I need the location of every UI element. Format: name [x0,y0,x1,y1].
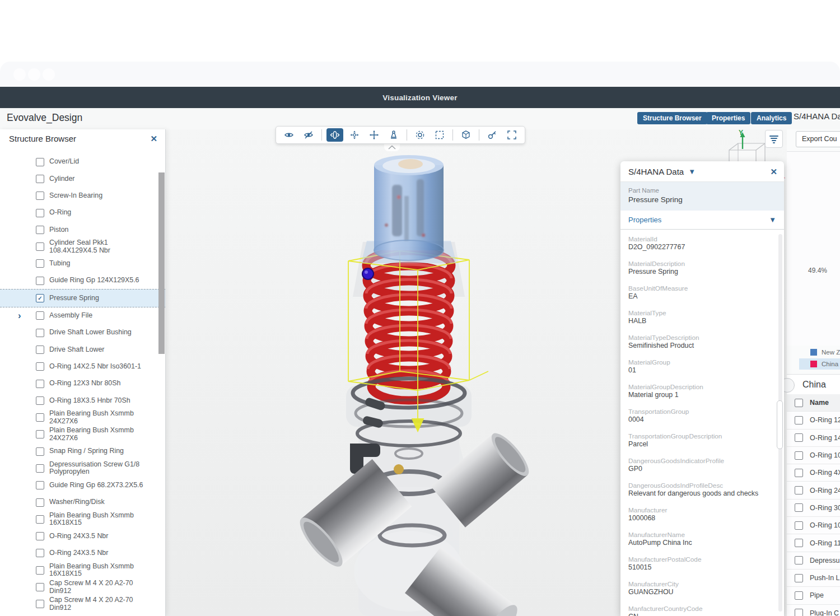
tree-item-checkbox[interactable] [36,549,44,557]
row-checkbox[interactable] [795,486,803,494]
tree-item[interactable]: Cover/Lid [0,153,165,170]
row-checkbox[interactable] [795,416,803,424]
row-checkbox[interactable] [795,609,803,616]
tree-item[interactable]: Snap Ring / Spring Ring [0,443,165,460]
table-row[interactable]: O-Ring 4X [787,464,840,482]
table-row[interactable]: Pipe [787,587,840,604]
tree-item-checkbox[interactable] [36,430,44,438]
tree-item-checkbox[interactable] [36,583,44,591]
tree-item-checkbox[interactable] [36,481,44,489]
tree-item[interactable] [0,613,165,616]
close-icon[interactable]: ✕ [150,134,157,143]
tree-item[interactable]: Plain Bearing Bush Xsmmb24X27X6 [0,409,165,426]
properties-section-header[interactable]: Properties ▼ [620,211,784,230]
tree-item[interactable]: Washer/Ring/Disk [0,494,165,511]
tree-item[interactable]: Cap Screw M 4 X 20 A2-70Din912 [0,596,165,613]
tree-item-checkbox[interactable] [36,226,44,234]
tree-item-checkbox[interactable] [36,192,44,200]
orbit-button[interactable] [412,128,428,142]
tree-item[interactable]: Drive Shaft Lower Bushing [0,324,165,341]
tree-item-checkbox[interactable] [36,464,44,473]
tree-item-checkbox[interactable] [36,380,44,388]
hide-button[interactable] [300,128,317,142]
tree-item[interactable]: O-Ring 12X3 Nbr 80Sh [0,375,165,392]
tree-item[interactable]: O-Ring 24X3.5 Nbr [0,528,165,545]
dolly-button[interactable] [385,128,402,142]
tree-item[interactable]: Pressure Spring [0,289,165,307]
3d-model-canvas[interactable] [168,129,622,616]
turntable-rotate-button[interactable] [326,128,343,142]
select-all-checkbox[interactable] [795,399,803,407]
tree-item[interactable]: O-Ring 14X2.5 Nbr Iso3601-1 [0,358,165,375]
tree-item[interactable]: Guide Ring Gp 124X129X5.6 [0,272,165,289]
row-checkbox[interactable] [795,503,803,512]
properties-button[interactable]: Properties [706,112,750,124]
tree-item-checkbox[interactable] [36,566,44,575]
table-row[interactable]: O-Ring 24 [787,482,840,499]
table-row[interactable]: O-Ring 10 [787,447,840,464]
tree-item[interactable]: Piston [0,221,165,238]
table-row[interactable]: O-Ring 14 [787,430,840,447]
chevron-down-icon[interactable]: ▼ [769,216,776,224]
tree-item[interactable]: Cap Screw M 4 X 20 A2-70Din912 [0,578,165,595]
tree-item-checkbox[interactable] [36,277,44,285]
structure-scrollbar-thumb[interactable] [158,172,165,354]
table-row[interactable]: Plug-In C [787,605,840,616]
row-checkbox[interactable] [795,574,803,582]
tree-item-checkbox[interactable] [36,294,44,302]
tree-item-checkbox[interactable] [36,498,44,507]
tree-item[interactable]: Screw-In Bearing [0,188,165,204]
analytics-button[interactable]: Analytics [751,112,792,124]
tree-item[interactable]: Plain Bearing Bush Xsmmb24X27X6 [0,426,165,443]
tree-item-checkbox[interactable] [36,329,44,337]
tree-item[interactable]: Tubing [0,255,165,272]
filter-button[interactable] [765,130,783,148]
table-row[interactable]: Depressu [787,552,840,570]
tree-item[interactable]: Cylinder Seal Pkk1108.4X129X4.5 Nbr [0,238,165,255]
fit-to-view-button[interactable] [503,128,520,142]
tree-item-checkbox[interactable] [36,396,44,405]
row-checkbox[interactable] [795,469,803,477]
tree-item[interactable]: Plain Bearing Bush Xsmmb16X18X15 [0,562,165,578]
chevron-right-icon[interactable]: › [18,311,21,320]
tree-item-checkbox[interactable] [36,259,44,268]
tree-item-checkbox[interactable] [36,242,44,251]
table-row[interactable]: O-Ring 12 [787,412,840,429]
legend-item[interactable]: China [799,358,840,370]
tree-item[interactable]: Cylinder [0,170,165,187]
row-checkbox[interactable] [795,591,803,600]
table-row[interactable]: O-Ring 30 [787,500,840,517]
tree-item-checkbox[interactable] [36,175,44,183]
show-button[interactable] [281,128,297,142]
tree-item-checkbox[interactable] [36,532,44,540]
move-button[interactable] [366,128,382,142]
tree-item[interactable]: Plain Bearing Bush Xsmmb16X18X15 [0,511,165,528]
tree-item-checkbox[interactable] [36,346,44,354]
tree-item-checkbox[interactable] [36,600,44,608]
structure-browser-button[interactable]: Structure Browser [637,112,707,124]
tree-item-checkbox[interactable] [36,447,44,456]
tree-item[interactable]: O-Ring [0,204,165,221]
export-countries-dropdown[interactable]: Export Cou [796,131,840,147]
tree-item[interactable]: O-Ring 24X3.5 Nbr [0,545,165,562]
tree-item-checkbox[interactable] [36,413,44,422]
legend-item[interactable]: New Zealan [799,347,840,358]
chevron-down-icon[interactable]: ▼ [688,167,696,176]
table-row[interactable]: O-Ring 11 [787,534,840,552]
row-checkbox[interactable] [795,451,803,460]
row-checkbox[interactable] [795,433,803,442]
s4-scrollbar-thumb[interactable] [777,400,783,449]
isolate-3d-button[interactable] [458,128,474,142]
tree-item-checkbox[interactable] [36,209,44,217]
tree-item[interactable]: O-Ring 18X3.5 Hnbr 70Sh [0,392,165,409]
tree-item-checkbox[interactable] [36,311,44,320]
link-button[interactable] [484,128,501,142]
tree-item[interactable]: ›Assembly File [0,307,165,324]
tree-item[interactable]: Depressurisation Screw G1/8Polypropylen [0,460,165,477]
marquee-select-button[interactable] [431,128,448,142]
toolbar-collapse-tab[interactable] [384,143,400,151]
pan-button[interactable] [346,128,363,142]
close-icon[interactable]: ✕ [770,167,777,176]
tree-item-checkbox[interactable] [36,158,44,166]
tree-item[interactable]: Drive Shaft Lower [0,341,165,358]
